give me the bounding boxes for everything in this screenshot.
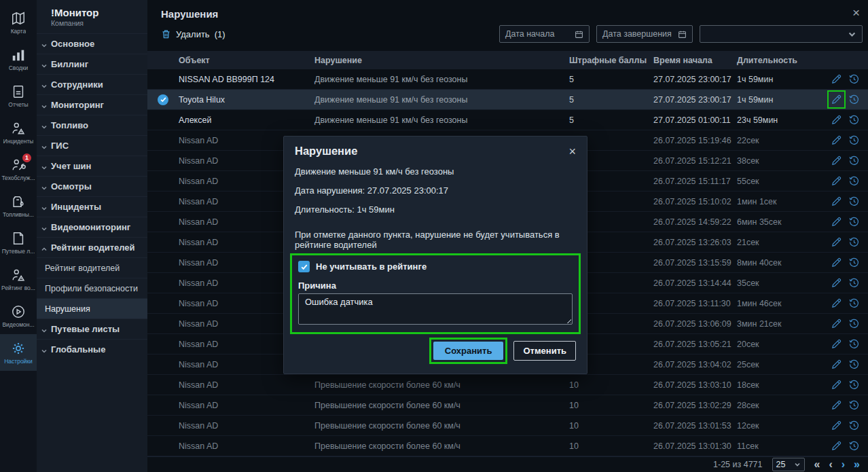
rail-item-настройки[interactable]: Настройки: [0, 334, 37, 371]
table-row[interactable]: Nissan ADПревышение скорости более 60 км…: [147, 375, 868, 395]
rail-item-топливны-[interactable]: Топливны...: [0, 187, 37, 224]
modal-close-icon[interactable]: ×: [568, 145, 576, 158]
column-header[interactable]: Объект: [179, 56, 314, 65]
edit-icon[interactable]: [831, 236, 842, 248]
history-icon[interactable]: [848, 338, 860, 350]
table-row[interactable]: Nissan ADПревышение скорости более 60 км…: [147, 436, 868, 456]
history-icon[interactable]: [848, 236, 860, 248]
reason-textarea[interactable]: Ошибка датчика: [298, 293, 573, 325]
edit-icon[interactable]: [831, 440, 842, 452]
row-selected-checkbox[interactable]: [158, 94, 168, 105]
sidebar-group-мониторинг[interactable]: Мониторинг: [37, 94, 147, 115]
edit-icon[interactable]: [831, 155, 842, 166]
sidebar-group-осмотры[interactable]: Осмотры: [37, 176, 147, 196]
next-page-button[interactable]: ›: [842, 459, 845, 470]
last-page-button[interactable]: »: [854, 459, 860, 470]
edit-icon[interactable]: [831, 379, 842, 391]
edit-icon[interactable]: [831, 114, 842, 126]
history-icon[interactable]: [848, 379, 860, 391]
edit-icon[interactable]: [831, 257, 842, 268]
sidebar-group-путевые-листы[interactable]: Путевые листы: [37, 319, 147, 339]
history-icon[interactable]: [848, 73, 860, 85]
edit-icon[interactable]: [831, 297, 842, 309]
sidebar-item-профили-безопасности[interactable]: Профили безопасности: [37, 278, 147, 298]
history-icon[interactable]: [848, 134, 860, 146]
rail-item-отчеты[interactable]: Отчеты: [0, 77, 37, 114]
table-row[interactable]: Nissan ADПревышение скорости более 60 км…: [147, 416, 868, 436]
rail-item-инциденты[interactable]: Инциденты: [0, 114, 37, 151]
sidebar-group-сотрудники[interactable]: Сотрудники: [37, 74, 147, 94]
edit-icon[interactable]: [831, 277, 842, 289]
history-icon[interactable]: [848, 399, 860, 411]
history-icon[interactable]: [848, 114, 860, 126]
sidebar-item-нарушения[interactable]: Нарушения: [37, 298, 147, 319]
sidebar-group-инциденты[interactable]: Инциденты: [37, 196, 147, 217]
sidebar-group-основное[interactable]: Основное: [37, 33, 147, 54]
table-row[interactable]: Nissan ADПревышение скорости более 60 км…: [147, 395, 868, 416]
history-icon[interactable]: [848, 440, 860, 452]
edit-icon[interactable]: [831, 134, 842, 146]
edit-icon[interactable]: [831, 94, 842, 105]
sidebar-group-глобальные[interactable]: Глобальные: [37, 339, 147, 359]
sidebar-group-рейтинг-водителей[interactable]: Рейтинг водителей: [37, 237, 147, 257]
table-row[interactable]: Toyota HiluxДвижение меньше 91 км/ч без …: [147, 90, 868, 110]
edit-icon[interactable]: [831, 196, 842, 207]
first-page-button[interactable]: «: [814, 459, 820, 470]
edit-icon[interactable]: [831, 420, 842, 431]
rail-item-label: Отчеты: [8, 101, 28, 108]
history-icon[interactable]: [848, 155, 860, 166]
history-icon[interactable]: [848, 318, 860, 329]
exclude-rating-checkbox[interactable]: Не учитывать в рейтинге: [298, 261, 573, 272]
rail-item-сводки[interactable]: Сводки: [0, 41, 37, 77]
rail-item-техобслуж-[interactable]: 1Техобслуж...: [0, 151, 37, 187]
history-icon[interactable]: [848, 420, 860, 431]
rail-item-рейтинг-во-[interactable]: Рейтинг во...: [0, 261, 37, 297]
history-icon[interactable]: [848, 196, 860, 207]
column-header[interactable]: Нарушение: [314, 56, 569, 65]
sidebar-group-топливо[interactable]: Топливо: [37, 115, 147, 135]
video-play-icon: [11, 304, 26, 319]
edit-icon[interactable]: [831, 216, 842, 228]
column-header[interactable]: Штрафные баллы: [569, 56, 653, 65]
table-row[interactable]: NISSAN AD ВВ999П 124Движение меньше 91 к…: [147, 69, 868, 90]
rail-item-путевые-л-[interactable]: Путевые л...: [0, 224, 37, 261]
edit-icon[interactable]: [831, 318, 842, 329]
save-button[interactable]: Сохранить: [433, 342, 504, 360]
sidebar-group-биллинг[interactable]: Биллинг: [37, 54, 147, 74]
cell-points: 5: [569, 95, 653, 105]
rail-item-видеомон-[interactable]: Видеомон...: [0, 297, 37, 334]
date-start-input[interactable]: Дата начала: [499, 25, 590, 43]
sidebar-group-учет-шин[interactable]: Учет шин: [37, 156, 147, 176]
cell-object: Toyota Hilux: [179, 95, 314, 105]
history-icon[interactable]: [848, 94, 860, 105]
rail-item-label: Топливны...: [3, 211, 34, 218]
delete-button[interactable]: Удалить (1): [161, 29, 225, 39]
date-end-input[interactable]: Дата завершения: [596, 25, 693, 43]
app-logo-block: !Монитор Компания: [37, 0, 147, 33]
table-row[interactable]: АлексейДвижение меньше 91 км/ч без геозо…: [147, 110, 868, 130]
history-icon[interactable]: [848, 297, 860, 309]
edit-icon[interactable]: [831, 338, 842, 350]
edit-icon[interactable]: [831, 399, 842, 411]
edit-icon[interactable]: [831, 175, 842, 187]
prev-page-button[interactable]: ‹: [829, 459, 832, 470]
pagination-range: 1-25 из 4771: [713, 460, 763, 469]
history-icon[interactable]: [848, 216, 860, 228]
page-size-select[interactable]: 25: [772, 458, 805, 471]
history-icon[interactable]: [848, 257, 860, 268]
sidebar-item-рейтинг-водителей[interactable]: Рейтинг водителей: [37, 257, 147, 278]
sidebar-group-видеомониторинг[interactable]: Видеомониторинг: [37, 217, 147, 237]
rail-item-карта[interactable]: Карта: [0, 4, 37, 41]
history-icon[interactable]: [848, 277, 860, 289]
sidebar-group-гис[interactable]: ГИС: [37, 135, 147, 156]
history-icon[interactable]: [848, 359, 860, 370]
column-header[interactable]: Время начала: [653, 56, 737, 65]
filter-select[interactable]: [700, 25, 863, 43]
history-icon[interactable]: [848, 175, 860, 187]
column-header[interactable]: Длительность: [737, 56, 830, 65]
cancel-button[interactable]: Отменить: [513, 341, 576, 361]
edit-icon[interactable]: [831, 73, 842, 85]
checkbox-checked-icon[interactable]: [298, 261, 310, 272]
edit-icon[interactable]: [831, 359, 842, 370]
close-icon[interactable]: ×: [852, 6, 860, 19]
